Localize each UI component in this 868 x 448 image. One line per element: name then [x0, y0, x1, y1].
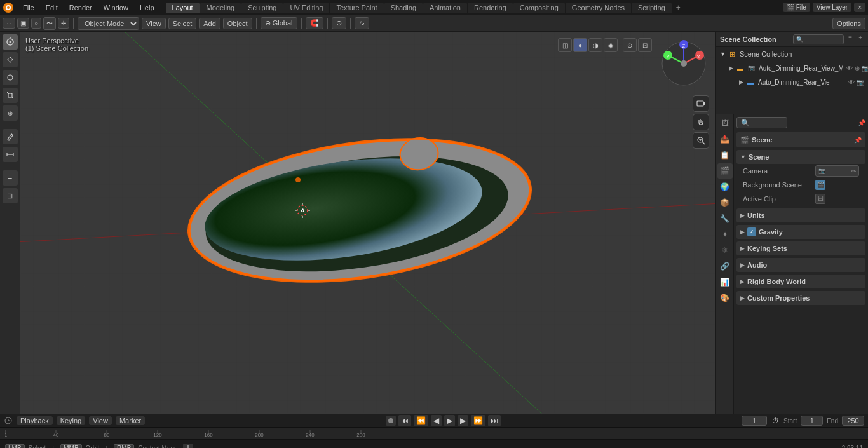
units-header[interactable]: ▶ Units [736, 208, 865, 222]
menu-file[interactable]: File [18, 3, 39, 13]
render-engine-btn[interactable]: × [854, 3, 865, 12]
xray-btn[interactable]: ⊡ [638, 38, 652, 52]
props-scene-btn[interactable]: 🎬 [717, 163, 733, 179]
tab-scripting[interactable]: Scripting [632, 3, 672, 13]
select-menu-btn[interactable]: Select [168, 18, 197, 29]
item-render-btn-1[interactable]: 📷 [857, 79, 864, 86]
timeline-mode-icon[interactable] [4, 416, 13, 425]
scene-sub-header[interactable]: ▼ Scene [736, 150, 865, 164]
record-btn[interactable] [386, 416, 396, 426]
info-icon-btn[interactable] [183, 444, 193, 449]
background-scene-icon-btn[interactable]: 🎬 [815, 180, 825, 190]
props-pin-btn[interactable]: 📌 [858, 119, 865, 126]
viewport[interactable]: User Perspective (1) Scene Collection X … [20, 32, 715, 414]
move-btn[interactable]: ✛ [58, 18, 69, 29]
current-frame-input[interactable]: 1 [742, 416, 767, 426]
scene-section-header[interactable]: 🎬 Scene 📌 [736, 132, 865, 147]
tab-compositing[interactable]: Compositing [513, 3, 565, 13]
audio-header[interactable]: ▶ Audio [736, 258, 865, 272]
props-world-btn[interactable]: 🌍 [717, 179, 733, 194]
grid-btn[interactable]: ⊞ [3, 188, 18, 203]
jump-to-end-btn[interactable]: ⏭ [488, 415, 501, 426]
item-visibility-btn-0[interactable]: 👁 [846, 65, 853, 72]
menu-render[interactable]: Render [64, 3, 97, 13]
outliner-scene-collection[interactable]: ▼ ⊞ Scene Collection [716, 47, 868, 61]
rotate-tool-btn[interactable] [3, 70, 18, 85]
item-selectable-btn-0[interactable]: ⊕ [855, 65, 860, 72]
view-btn[interactable]: View [89, 416, 112, 425]
timeline-track-area[interactable]: 1 40 80 120 160 200 240 280 [0, 428, 868, 439]
scene-selector[interactable]: 🎬 File [783, 3, 810, 12]
next-keyframe-btn[interactable]: ⏩ [471, 415, 485, 426]
transform-tool-btn[interactable]: ⊕ [3, 105, 18, 121]
view-menu-btn[interactable]: View [142, 18, 166, 29]
cursor-tool-btn[interactable] [3, 34, 18, 50]
add-menu-btn[interactable]: Add [199, 18, 220, 29]
menu-window[interactable]: Window [98, 3, 133, 13]
select-lasso-btn[interactable]: 〜 [43, 17, 56, 30]
object-menu-btn[interactable]: Object [223, 18, 252, 29]
tab-shading[interactable]: Shading [384, 3, 423, 13]
solid-shading-btn[interactable]: ● [573, 38, 587, 52]
props-constraints-btn[interactable]: 🔗 [717, 259, 733, 274]
object-mode-select[interactable]: Object Mode [78, 17, 139, 30]
outliner-item-0[interactable]: ▶ ▬ 📷 Auto_Dimming_Rear_View_M 👁 ⊕ 📷 [716, 61, 868, 75]
camera-pick-btn[interactable]: ✏ [851, 168, 856, 175]
custom-props-header[interactable]: ▶ Custom Properties [736, 291, 865, 305]
menu-help[interactable]: Help [135, 3, 159, 13]
props-view-layer-btn[interactable]: 📋 [717, 147, 733, 163]
tab-rendering[interactable]: Rendering [468, 3, 513, 13]
add-object-btn[interactable]: + [3, 170, 18, 186]
keying-btn[interactable]: Keying [57, 416, 86, 425]
zoom-btn[interactable] [693, 132, 709, 149]
navigation-gizmo[interactable]: X Y Z [658, 38, 709, 89]
measure-tool-btn[interactable] [3, 147, 18, 162]
props-modifiers-btn[interactable]: 🔧 [717, 211, 733, 226]
props-particles-btn[interactable]: ✦ [717, 227, 733, 242]
graph-btn[interactable]: ∿ [355, 17, 369, 29]
menu-edit[interactable]: Edit [41, 3, 63, 13]
gizmo-container[interactable]: X Y Z [658, 38, 709, 89]
proportional-editing-btn[interactable]: ⊙ [332, 17, 346, 29]
props-object-btn[interactable]: 📦 [717, 195, 733, 210]
tab-modeling[interactable]: Modeling [200, 3, 241, 13]
transform-mode-btn[interactable]: ↔ [3, 18, 15, 29]
annotate-tool-btn[interactable] [3, 129, 18, 144]
play-btn[interactable]: ▶ [444, 415, 455, 426]
playback-btn[interactable]: Playback [17, 416, 53, 425]
prev-frame-btn[interactable]: ◀ [431, 415, 442, 426]
props-search-input[interactable] [736, 117, 787, 128]
props-physics-btn[interactable]: ⚛ [717, 243, 733, 258]
active-clip-icon-btn[interactable]: 🎞 [815, 194, 825, 204]
scene-header-pin[interactable]: 📌 [854, 137, 862, 144]
item-render-btn-0[interactable]: 📷 [862, 65, 868, 72]
start-frame-input[interactable]: 1 [801, 416, 823, 426]
hand-tool-btn[interactable] [693, 114, 709, 130]
outliner-item-1[interactable]: ▶ ▬ Auto_Dimming_Rear_Vie 👁 📷 [716, 75, 868, 89]
props-render-btn[interactable]: 🖼 [717, 116, 733, 131]
props-output-btn[interactable]: 📤 [717, 132, 733, 147]
options-btn[interactable]: Options [832, 18, 865, 29]
material-shading-btn[interactable]: ◑ [588, 38, 602, 52]
outliner-search[interactable]: 🔍 [793, 34, 844, 44]
tab-sculpting[interactable]: Sculpting [241, 3, 283, 13]
select-box-btn[interactable]: ▣ [17, 18, 29, 29]
scale-tool-btn[interactable] [3, 88, 18, 103]
tab-uv-editing[interactable]: UV Editing [283, 3, 329, 13]
rigid-body-header[interactable]: ▶ Rigid Body World [736, 275, 865, 288]
transform-orientation-btn[interactable]: ⊕ Global [261, 17, 297, 29]
next-frame-btn[interactable]: ▶ [458, 415, 468, 426]
gravity-checkbox[interactable]: ✓ [747, 227, 756, 236]
gravity-header[interactable]: ▶ ✓ Gravity [736, 225, 865, 239]
prev-keyframe-btn[interactable]: ⏪ [414, 415, 428, 426]
camera-view-btn[interactable] [693, 95, 709, 112]
jump-to-start-btn[interactable]: ⏮ [398, 415, 411, 426]
wireframe-shading-btn[interactable]: ◫ [558, 38, 572, 52]
view-layer-selector[interactable]: View Layer [813, 3, 851, 12]
outliner-new-collection-btn[interactable]: + [857, 34, 864, 44]
end-frame-input[interactable]: 250 [842, 416, 864, 426]
overlay-btn[interactable]: ⊙ [623, 38, 637, 52]
timing-icon[interactable]: ⏱ [771, 416, 780, 425]
props-material-btn[interactable]: 🎨 [717, 290, 733, 306]
rendered-shading-btn[interactable]: ◉ [604, 38, 618, 52]
